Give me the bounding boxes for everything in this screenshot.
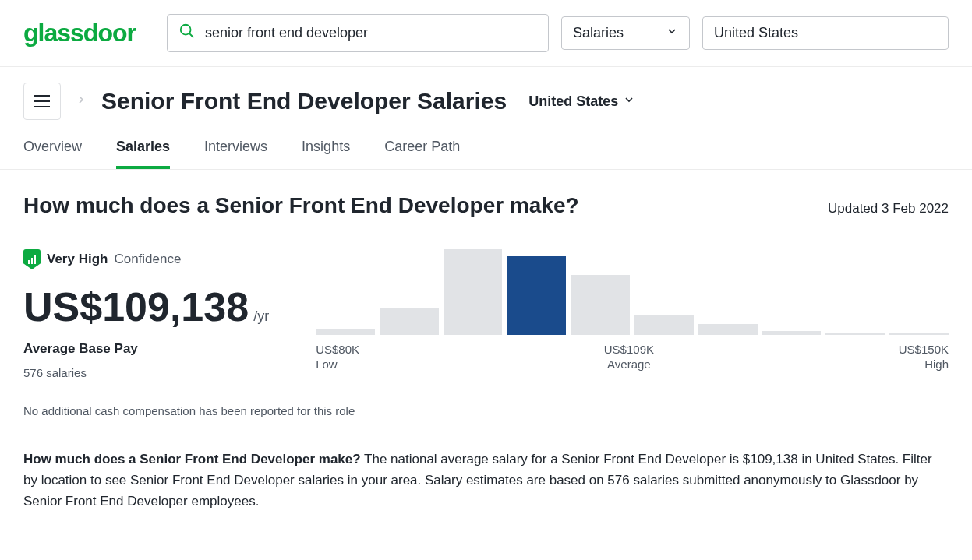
confidence-badge: Very High Confidence xyxy=(23,249,269,269)
confidence-level: Very High xyxy=(47,252,108,267)
chart-bar xyxy=(380,308,439,335)
chart-bar xyxy=(316,329,375,335)
tab-insights[interactable]: Insights xyxy=(302,139,350,169)
svg-line-1 xyxy=(189,33,194,38)
tabs: OverviewSalariesInterviewsInsightsCareer… xyxy=(0,120,972,170)
pay-label: Average Base Pay xyxy=(23,341,269,357)
content: How much does a Senior Front End Develop… xyxy=(0,170,972,536)
updated-date: Updated 3 Feb 2022 xyxy=(828,201,949,217)
chart-bar xyxy=(889,333,949,335)
hamburger-icon xyxy=(34,95,50,107)
salary-amount: US$109,138 /yr xyxy=(23,284,269,330)
salary-distribution-chart: US$80K Low US$109K Average US$150K High xyxy=(316,249,949,371)
description-lead: How much does a Senior Front End Develop… xyxy=(23,452,361,467)
chevron-down-icon xyxy=(666,25,678,41)
chart-bar xyxy=(444,249,503,335)
location-input[interactable]: United States xyxy=(702,16,949,50)
search-filter-dropdown[interactable]: Salaries xyxy=(561,16,690,50)
compensation-note: No additional cash compensation has been… xyxy=(23,404,949,417)
search-input-container[interactable] xyxy=(167,14,549,52)
confidence-word: Confidence xyxy=(114,252,181,267)
location-selector[interactable]: United States xyxy=(528,93,635,110)
hamburger-menu-button[interactable] xyxy=(23,83,61,120)
tab-career-path[interactable]: Career Path xyxy=(384,139,460,169)
chart-low-label: US$80K Low xyxy=(316,343,359,371)
chart-bar xyxy=(634,315,694,335)
logo[interactable]: glassdoor xyxy=(23,19,136,48)
chart-bar xyxy=(571,275,630,335)
header: glassdoor Salaries United States xyxy=(0,0,972,67)
search-input[interactable] xyxy=(205,25,537,41)
chart-high-label: US$150K High xyxy=(899,343,949,371)
chevron-right-icon xyxy=(75,93,87,110)
salary-value: US$109,138 xyxy=(23,284,249,330)
location-value: United States xyxy=(714,25,798,41)
filter-label: Salaries xyxy=(573,25,624,41)
title-row: Senior Front End Developer Salaries Unit… xyxy=(0,67,972,120)
tab-salaries[interactable]: Salaries xyxy=(116,139,170,169)
chart-bar xyxy=(825,333,885,335)
chart-bar xyxy=(762,331,822,336)
shield-icon xyxy=(23,249,41,269)
tab-overview[interactable]: Overview xyxy=(23,139,82,169)
chart-bar xyxy=(698,324,758,335)
page-title: Senior Front End Developer Salaries xyxy=(101,88,507,114)
svg-point-0 xyxy=(181,25,191,35)
description: How much does a Senior Front End Develop… xyxy=(23,449,949,512)
question-heading: How much does a Senior Front End Develop… xyxy=(23,193,579,218)
tab-interviews[interactable]: Interviews xyxy=(204,139,267,169)
chart-bar xyxy=(507,256,566,335)
location-selector-label: United States xyxy=(528,93,618,110)
salary-count: 576 salaries xyxy=(23,366,269,379)
search-icon xyxy=(178,23,196,44)
chevron-down-icon xyxy=(623,93,635,110)
chart-avg-label: US$109K Average xyxy=(604,343,654,371)
salary-suffix: /yr xyxy=(253,308,269,325)
